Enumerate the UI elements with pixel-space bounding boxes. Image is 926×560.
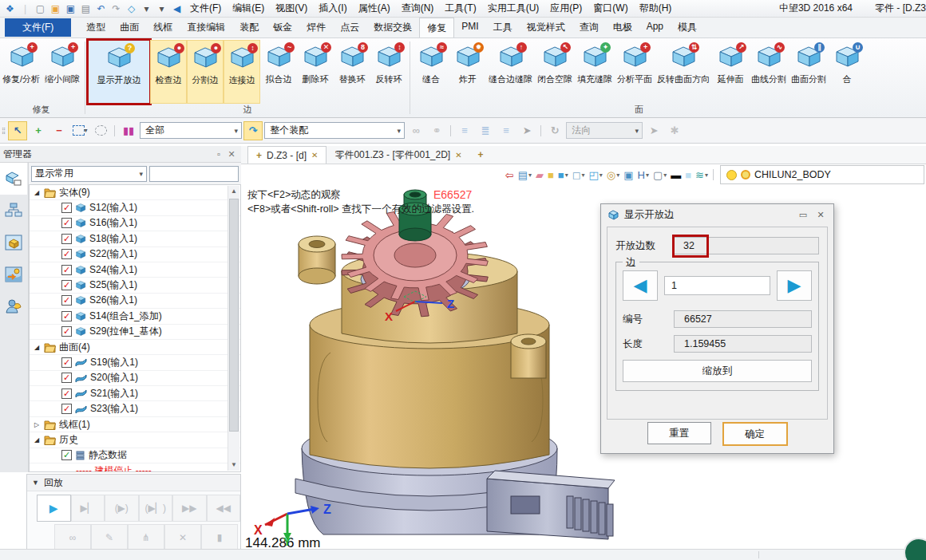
list2-icon[interactable]: ≣: [476, 121, 495, 140]
scope-combo[interactable]: 整个装配▾: [264, 122, 405, 139]
tree-item-row[interactable]: ✓S20(输入1): [30, 371, 240, 386]
checkbox-checked[interactable]: ✓: [61, 311, 72, 321]
corner-view-icon[interactable]: ◰▾: [588, 167, 604, 183]
scroll-up-icon[interactable]: ▲: [228, 186, 239, 197]
document-tab-0[interactable]: +D.Z3 - [d]✕: [247, 146, 326, 164]
menu-item-1[interactable]: 编辑(E): [227, 0, 270, 17]
ribbon-tab-1[interactable]: 造型: [79, 18, 113, 37]
menu-item-4[interactable]: 属性(A): [353, 0, 396, 17]
fit-window-icon[interactable]: ▣: [622, 167, 635, 183]
erase-icon[interactable]: ▰: [534, 167, 545, 183]
menu-item-0[interactable]: 文件(F): [184, 0, 227, 17]
collapsed-arrow-icon[interactable]: ▷: [33, 421, 41, 428]
active-layer-entry[interactable]: CHILUN2_BODY: [720, 165, 924, 184]
step-button[interactable]: ▶▏: [71, 495, 105, 522]
ribbon-tab-6[interactable]: 钣金: [266, 18, 299, 37]
unlink1-icon[interactable]: ∞: [406, 121, 425, 140]
settings-icon[interactable]: ✱: [665, 121, 684, 140]
ribbon-tab-4[interactable]: 直接编辑: [180, 18, 232, 37]
tree-item-row[interactable]: ✓S18(输入1): [30, 231, 240, 246]
menu-item-7[interactable]: 实用工具(U): [482, 0, 545, 17]
menu-item-5[interactable]: 查询(N): [396, 0, 440, 17]
tree-item-row[interactable]: ✓静态数据: [30, 448, 240, 463]
chevron-down-icon[interactable]: ▾: [663, 172, 667, 179]
close-icon[interactable]: ✕: [814, 210, 827, 220]
tree-folder-row[interactable]: ◢历史: [30, 432, 240, 448]
tree-item-row[interactable]: ✓S24(输入1): [30, 262, 240, 278]
close-tab-icon[interactable]: ✕: [311, 151, 318, 160]
ribbon-tab-3[interactable]: 线框: [146, 18, 180, 37]
list3-icon[interactable]: ≡: [497, 121, 516, 140]
reverse-loop-button[interactable]: ↕反转环: [370, 40, 407, 104]
qat-dropdown-icon[interactable]: ▾: [139, 2, 154, 16]
view-rotate-icon[interactable]: ◇: [124, 2, 139, 16]
delete-loop-button[interactable]: ✕删除环: [297, 40, 334, 104]
remove-selection-icon[interactable]: −: [49, 121, 69, 140]
manager-search-input[interactable]: [149, 166, 239, 182]
checkbox-checked[interactable]: ✓: [61, 295, 72, 306]
close-gap-button[interactable]: ↖闭合空隙: [535, 40, 575, 104]
menu-item-10[interactable]: 帮助(H): [634, 0, 678, 17]
open-file-icon[interactable]: ▣: [48, 2, 63, 16]
document-tab-1[interactable]: 零件001.Z3 - [零件001_2D]✕: [326, 146, 469, 164]
ribbon-tab-10[interactable]: 修复: [419, 18, 454, 37]
ribbon-tab-8[interactable]: 点云: [333, 18, 366, 37]
playback-header[interactable]: ▼ 回放: [27, 475, 240, 491]
extend-face-button[interactable]: ↗延伸面: [712, 40, 749, 104]
layer-color-icon[interactable]: [741, 170, 750, 179]
connect-edge-button[interactable]: ↕连接边: [224, 40, 260, 104]
play-button[interactable]: ▶: [37, 495, 71, 522]
surface-split-button[interactable]: ∥曲面分割: [789, 40, 829, 104]
expanded-arrow-icon[interactable]: ◢: [33, 344, 41, 351]
add-selection-icon[interactable]: +: [29, 121, 48, 140]
print-icon[interactable]: ▤: [78, 2, 93, 16]
menu-item-9[interactable]: 窗口(W): [588, 0, 633, 17]
chevron-down-icon[interactable]: ▾: [582, 172, 585, 179]
manager-tree-icon[interactable]: [0, 163, 27, 195]
fast-forward-button[interactable]: ▶▶: [172, 495, 207, 522]
menu-item-3[interactable]: 插入(I): [313, 0, 352, 17]
checkbox-checked[interactable]: ✓: [61, 404, 72, 414]
analyze-plane-button[interactable]: +分析平面: [615, 40, 655, 104]
link-button[interactable]: ∞: [54, 524, 91, 551]
wireframe-cube-icon[interactable]: ◻▾: [571, 167, 587, 183]
expanded-arrow-icon[interactable]: ◢: [33, 436, 41, 444]
filter-combo[interactable]: 全部▾: [140, 122, 242, 139]
dialog-title-bar[interactable]: 显示开放边 ▭ ✕: [601, 204, 833, 225]
fill-gap-button[interactable]: ✦填充缝隙: [575, 40, 615, 104]
check-edge-button[interactable]: ●检查边: [150, 40, 187, 104]
close-tab-icon[interactable]: ✕: [455, 151, 461, 160]
tree-item-row[interactable]: ←----- 建模停止 -----: [30, 463, 240, 472]
section-icon[interactable]: H▾: [636, 167, 651, 183]
chevron-down-icon[interactable]: ▾: [600, 172, 603, 179]
ribbon-tab-7[interactable]: 焊件: [299, 18, 333, 37]
ribbon-tab-12[interactable]: 工具: [486, 18, 520, 37]
ribbon-tab-13[interactable]: 视觉样式: [520, 18, 572, 37]
shaded-cube-icon[interactable]: ■: [546, 167, 556, 183]
chevron-down-icon[interactable]: ▾: [705, 172, 708, 179]
black-bar-icon[interactable]: ▬: [669, 167, 683, 183]
checkbox-checked[interactable]: ✓: [61, 265, 72, 275]
display-filter-combo[interactable]: 显示常用 ▾: [31, 166, 147, 182]
next-edge-button[interactable]: ▶: [777, 270, 812, 301]
display-mode-icon[interactable]: ▤▾: [516, 167, 533, 183]
curve-split-button[interactable]: ∿曲线分割: [749, 40, 789, 104]
checkbox-checked[interactable]: ✓: [61, 388, 72, 399]
split-edge-button[interactable]: ●分割边: [187, 40, 224, 104]
rewind-button[interactable]: ◀◀: [207, 495, 241, 522]
normal-combo[interactable]: 法向▾: [566, 122, 643, 139]
ribbon-tab-17[interactable]: 模具: [671, 18, 704, 37]
window-select-icon[interactable]: ▾: [70, 121, 89, 140]
ok-button[interactable]: 确定: [722, 422, 788, 446]
tree-item-row[interactable]: ✓S19(输入1): [30, 355, 240, 370]
chevron-down-icon[interactable]: ▾: [616, 172, 619, 179]
pick-last-icon[interactable]: ↷: [243, 121, 263, 140]
checkbox-checked[interactable]: ✓: [61, 357, 72, 368]
manager-close-icon[interactable]: ✕: [225, 149, 238, 160]
tree-scrollbar[interactable]: ▲ ▼: [228, 186, 239, 471]
tree-folder-row[interactable]: ▷线框(1): [30, 417, 240, 432]
step-to-button[interactable]: (▶▏): [139, 495, 173, 522]
lightblue-square-icon[interactable]: ■: [683, 167, 693, 183]
tree-folder-row[interactable]: ◢实体(9): [30, 185, 240, 200]
tree-folder-row[interactable]: ◢曲面(4): [30, 340, 240, 355]
